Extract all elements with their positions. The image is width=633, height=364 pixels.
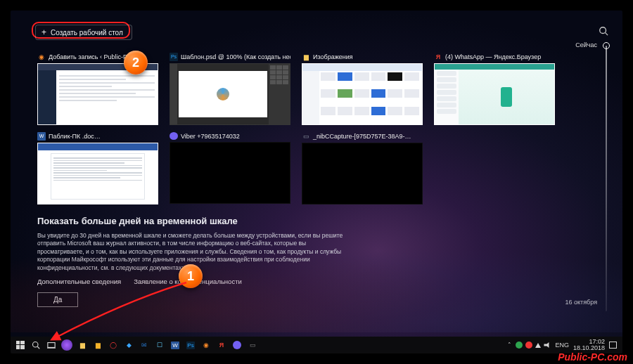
firefox-icon: ◉ xyxy=(37,53,46,61)
task-view-icon xyxy=(47,341,56,349)
volume-icon[interactable] xyxy=(544,342,551,349)
mail-icon: ✉ xyxy=(141,342,147,349)
app-icon: ☐ xyxy=(157,342,162,349)
windows-icon xyxy=(16,341,25,349)
opera-icon: ◯ xyxy=(110,342,117,349)
task-thumbnail xyxy=(434,63,555,125)
task-list: ◉ Добавить запись ‹ Public-P… Ps Шаблон.… xyxy=(37,53,573,204)
taskbar-app[interactable]: Я xyxy=(215,338,229,352)
timeline-search-button[interactable] xyxy=(599,26,608,36)
task-window[interactable]: Я (4) WhatsApp — Яндекс.Браузер xyxy=(434,53,555,125)
taskbar-app[interactable]: ▆ xyxy=(91,338,105,352)
taskbar-app[interactable] xyxy=(230,338,244,352)
svg-rect-4 xyxy=(16,345,20,349)
task-thumbnail xyxy=(302,143,423,204)
task-title-label: Паблик-ПК .doc… xyxy=(49,133,101,140)
task-thumbnail xyxy=(302,63,423,125)
tray-language[interactable]: ENG xyxy=(555,342,569,349)
taskbar-app[interactable]: W xyxy=(168,338,182,352)
promo-link-more[interactable]: Дополнительные сведения xyxy=(37,278,121,285)
svg-line-7 xyxy=(37,346,39,349)
folder-icon: ▆ xyxy=(80,342,85,349)
app-icon: ▭ xyxy=(250,342,256,349)
task-title-label: Viber +79635174032 xyxy=(181,133,240,140)
photoshop-icon: Ps xyxy=(186,342,194,349)
viber-icon xyxy=(170,132,178,140)
svg-rect-3 xyxy=(20,341,25,344)
tray-icon[interactable] xyxy=(525,342,532,349)
task-window[interactable]: ◉ Добавить запись ‹ Public-P… xyxy=(37,53,158,125)
tray-icon[interactable] xyxy=(516,342,523,349)
task-window[interactable]: ▆ Изображения xyxy=(302,53,423,125)
new-desktop-label: Создать рабочий стол xyxy=(51,29,123,37)
folder-icon: ▆ xyxy=(302,53,310,61)
viber-icon xyxy=(233,341,241,349)
taskbar-search-button[interactable] xyxy=(29,338,43,352)
timeline-scroll-knob[interactable] xyxy=(603,42,610,49)
timeline-scrollbar[interactable] xyxy=(606,46,607,311)
timeline-promo: Показать больше дней на временной шкале … xyxy=(37,216,426,307)
system-tray[interactable] xyxy=(516,342,551,349)
svg-point-6 xyxy=(33,342,39,348)
task-title-label: (4) WhatsApp — Яндекс.Браузер xyxy=(445,53,541,60)
svg-rect-5 xyxy=(20,345,25,349)
start-button[interactable] xyxy=(13,338,27,352)
task-title-label: Добавить запись ‹ Public-P… xyxy=(49,53,134,60)
taskbar: ▆ ▆ ◯ ◆ ✉ ☐ W Ps ◉ Я ▭ ˄ ENG 17:02 18. xyxy=(11,337,622,353)
action-center-button[interactable] xyxy=(609,342,617,349)
promo-link-privacy[interactable]: Заявление о конфиденциальности xyxy=(134,278,242,285)
tray-clock[interactable]: 17:02 18.10.2018 xyxy=(573,339,605,352)
yandex-icon: Я xyxy=(219,342,224,349)
word-icon: W xyxy=(171,342,179,349)
task-view-button[interactable] xyxy=(44,338,58,352)
tray-chevron-up-icon[interactable]: ˄ xyxy=(508,342,511,349)
app-icon: ◆ xyxy=(127,342,132,349)
photoshop-icon: Ps xyxy=(170,53,178,61)
svg-point-0 xyxy=(600,27,606,34)
new-desktop-button[interactable]: + Создать рабочий стол xyxy=(35,25,132,40)
taskbar-app[interactable] xyxy=(61,339,72,351)
task-window[interactable]: Viber +79635174032 xyxy=(170,132,290,204)
taskbar-app[interactable]: ◆ xyxy=(122,338,136,352)
task-thumbnail xyxy=(37,63,158,125)
taskbar-app[interactable]: ▭ xyxy=(245,338,260,352)
taskbar-app[interactable]: Ps xyxy=(184,338,198,352)
taskbar-app[interactable]: ◯ xyxy=(106,338,120,352)
task-window[interactable]: Ps Шаблон.psd @ 100% (Как создать нескол… xyxy=(170,53,290,125)
svg-rect-8 xyxy=(48,343,55,348)
taskbar-app[interactable]: ◉ xyxy=(199,338,213,352)
taskbar-app[interactable]: ▆ xyxy=(75,338,89,352)
timeline-date-label: 16 октября xyxy=(565,299,597,306)
svg-rect-2 xyxy=(16,341,20,344)
folder-icon: ▆ xyxy=(96,342,101,349)
promo-heading: Показать больше дней на временной шкале xyxy=(37,216,426,227)
taskbar-app[interactable]: ☐ xyxy=(153,338,167,352)
promo-body: Вы увидите до 30 дней на временной шкале… xyxy=(37,232,347,272)
task-window[interactable]: ▭ _nibCCapture-[975D757E-38A9-… xyxy=(302,132,423,204)
word-icon: W xyxy=(37,132,46,141)
plus-icon: + xyxy=(41,28,46,37)
taskbar-app[interactable]: ✉ xyxy=(137,338,151,352)
svg-line-1 xyxy=(606,33,608,36)
tray-date: 18.10.2018 xyxy=(573,344,605,351)
firefox-icon: ◉ xyxy=(203,342,209,349)
task-thumbnail xyxy=(37,143,158,204)
task-thumbnail xyxy=(170,63,290,125)
yandex-icon: Я xyxy=(434,53,442,61)
task-window[interactable]: W Паблик-ПК .doc… xyxy=(37,132,158,204)
app-icon: ▭ xyxy=(302,132,310,141)
task-thumbnail xyxy=(170,142,290,204)
task-title-label: Изображения xyxy=(313,53,353,60)
network-icon[interactable] xyxy=(535,343,541,348)
timeline-now-label: Сейчас xyxy=(575,41,597,48)
task-title-label: _nibCCapture-[975D757E-38A9-… xyxy=(313,133,411,140)
search-icon xyxy=(32,341,40,349)
search-icon xyxy=(599,26,608,36)
task-title-label: Шаблон.psd @ 100% (Как создать несколь… xyxy=(181,53,290,60)
task-view-screen: + Создать рабочий стол Сейчас ◉ Добавить… xyxy=(11,11,622,353)
promo-yes-button[interactable]: Да xyxy=(37,292,78,307)
